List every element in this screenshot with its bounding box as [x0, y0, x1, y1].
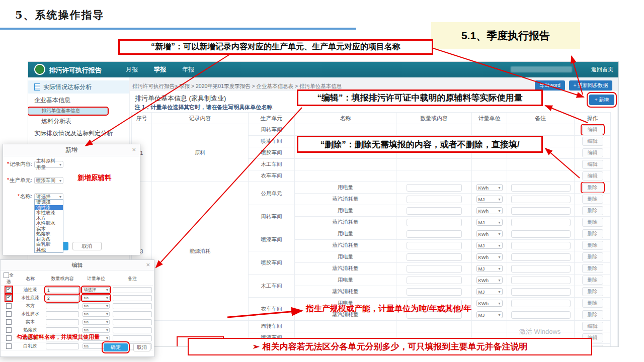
remark-input[interactable] [511, 242, 571, 249]
edit-qty-input[interactable] [46, 327, 79, 333]
home-link[interactable]: 返回首页 [591, 66, 613, 73]
close-icon[interactable]: × [132, 146, 136, 153]
edit-qty-input[interactable] [46, 311, 79, 317]
measure-unit-select[interactable]: KWh▾ [476, 184, 503, 191]
quantity-input[interactable] [407, 288, 462, 296]
sidebar-item[interactable]: 排污单位基本信息 [28, 108, 108, 115]
remark-input[interactable] [511, 219, 571, 226]
dropdown-option[interactable]: 白乳胶 [35, 242, 63, 247]
measure-unit-select[interactable]: MJ▾ [476, 265, 503, 272]
measure-unit-select[interactable]: KWh▾ [476, 277, 503, 284]
edit-remark-input[interactable] [113, 287, 152, 293]
edit-qty-input[interactable] [46, 303, 79, 309]
dropdown-option[interactable]: 水性底漆 [35, 210, 63, 216]
close-icon[interactable]: × [146, 261, 150, 268]
select-all-checkbox[interactable] [4, 273, 9, 278]
remark-input[interactable] [511, 196, 571, 203]
edit-unit-select[interactable]: t/a▾ [83, 303, 110, 309]
field-select[interactable]: 喷漆车间▾ [34, 177, 63, 184]
delete-row-button[interactable]: 删除 [582, 299, 603, 308]
tab-年报[interactable]: 年报 [174, 62, 202, 77]
edit-qty-input[interactable] [46, 343, 79, 349]
quantity-input[interactable] [407, 219, 462, 226]
remark-input[interactable] [511, 288, 571, 296]
measure-unit-select[interactable]: MJ▾ [476, 288, 503, 295]
delete-row-button[interactable]: 删除 [582, 241, 603, 250]
edit-remark-input[interactable] [113, 335, 152, 341]
remark-input[interactable] [511, 300, 571, 307]
edit-row-button[interactable]: 编辑 [582, 171, 603, 180]
edit-row-button[interactable]: 编辑 [582, 148, 603, 157]
row-checkbox[interactable] [6, 335, 12, 341]
edit-row-button[interactable]: 编辑 [582, 125, 603, 134]
sidebar-item[interactable]: 燃料分析表 [28, 116, 129, 127]
dropdown-option[interactable]: 水性胶水 [35, 221, 63, 226]
edit-remark-input[interactable] [113, 311, 152, 317]
edit-remark-input[interactable] [113, 319, 152, 325]
measure-unit-select[interactable]: MJ▾ [476, 219, 503, 226]
resync-data-button[interactable]: + 重新同步数据 [569, 80, 612, 90]
edit-remark-input[interactable] [113, 303, 152, 309]
measure-unit-select[interactable]: MJ▾ [476, 242, 503, 249]
edit-row-button[interactable]: 编辑 [582, 160, 603, 169]
edit-unit-select[interactable]: 请选择▾ [83, 287, 110, 293]
remark-input[interactable] [511, 207, 571, 215]
quantity-input[interactable] [407, 230, 462, 238]
row-checkbox[interactable] [6, 303, 12, 309]
row-checkbox[interactable] [6, 343, 12, 349]
edit-unit-select[interactable]: t/a▾ [83, 311, 110, 317]
delete-row-button[interactable]: 删除 [582, 183, 603, 192]
row-checkbox[interactable]: ✔ [6, 287, 12, 293]
measure-unit-select[interactable]: KWh▾ [476, 230, 503, 237]
sidebar-item[interactable]: 企业基本信息 [28, 95, 129, 106]
add-dialog-cancel-button[interactable]: 取消 [72, 242, 102, 250]
measure-unit-select[interactable]: MJ▾ [476, 311, 503, 318]
tab-月报[interactable]: 月报 [118, 62, 146, 77]
edit-unit-select[interactable]: t/a▾ [83, 327, 110, 333]
edit-dialog-ok-button[interactable]: 确定 [104, 343, 128, 351]
quantity-input[interactable] [407, 253, 462, 261]
row-checkbox[interactable] [6, 319, 12, 325]
dropdown-option[interactable]: 热熔胶 [35, 231, 63, 237]
edit-qty-input[interactable]: 1 [46, 287, 79, 293]
remark-input[interactable] [511, 230, 571, 238]
remark-input[interactable] [511, 184, 571, 192]
edit-dialog-cancel-button[interactable]: 取消 [133, 343, 150, 351]
edit-qty-input[interactable] [46, 319, 79, 325]
remark-input[interactable] [511, 265, 571, 273]
dropdown-option[interactable]: 其他 [35, 247, 63, 253]
edit-unit-select[interactable]: t/a▾ [83, 295, 110, 301]
edit-remark-input[interactable] [113, 295, 152, 301]
delete-row-button[interactable]: 删除 [582, 264, 603, 273]
row-checkbox[interactable]: ✔ [6, 295, 12, 301]
measure-unit-select[interactable]: KWh▾ [476, 300, 503, 307]
quantity-input[interactable] [407, 265, 462, 273]
delete-row-button[interactable]: 删除 [582, 218, 603, 227]
dropdown-option[interactable]: 请选择 [35, 200, 63, 205]
edit-qty-input[interactable]: 2 [46, 295, 79, 301]
quantity-input[interactable] [407, 277, 462, 284]
delete-row-button[interactable]: 删除 [582, 229, 603, 238]
quantity-input[interactable] [407, 207, 462, 215]
remark-input[interactable] [511, 311, 571, 319]
measure-unit-select[interactable]: KWh▾ [476, 207, 503, 214]
remark-input[interactable] [511, 277, 571, 284]
edit-remark-input[interactable] [113, 327, 152, 333]
delete-row-button[interactable]: 删除 [582, 252, 603, 261]
measure-unit-select[interactable]: MJ▾ [476, 196, 503, 203]
edit-row-button[interactable]: 编辑 [582, 322, 603, 331]
quantity-input[interactable] [407, 184, 462, 192]
row-checkbox[interactable] [6, 311, 12, 317]
delete-row-button[interactable]: 删除 [582, 287, 603, 296]
quantity-input[interactable] [407, 196, 462, 203]
sidebar-item[interactable]: 实际排放情况及达标判定分析 [28, 128, 129, 139]
delete-row-button[interactable]: 删除 [582, 206, 603, 215]
quantity-input[interactable] [407, 242, 462, 249]
measure-unit-select[interactable]: KWh▾ [476, 253, 503, 260]
edit-unit-select[interactable]: t/a▾ [83, 319, 110, 325]
export-word-button[interactable]: 导出word [535, 80, 565, 90]
tab-季报[interactable]: 季报 [146, 62, 174, 77]
delete-row-button[interactable]: 删除 [582, 276, 603, 285]
delete-row-button[interactable]: 删除 [582, 195, 603, 204]
remark-input[interactable] [511, 253, 571, 261]
